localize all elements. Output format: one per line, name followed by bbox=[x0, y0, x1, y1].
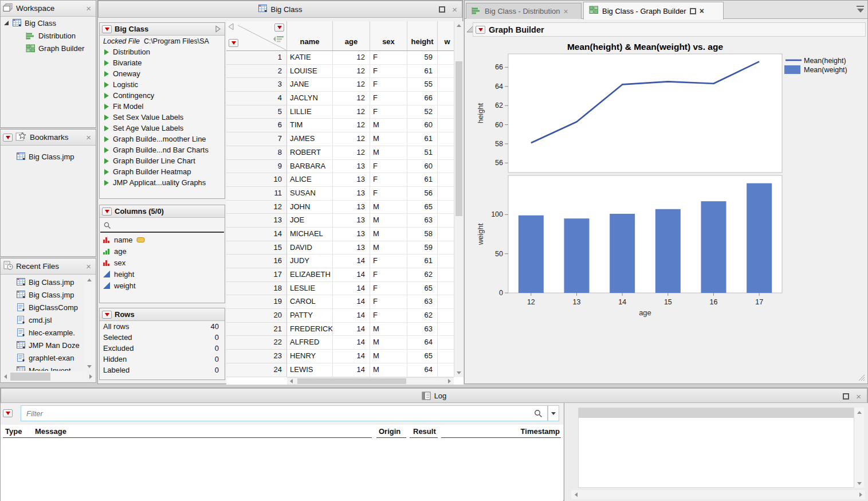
row-number[interactable]: 9 bbox=[226, 160, 287, 174]
tab-big-class-graph-builder[interactable]: Big Class - Graph Builder × bbox=[583, 2, 724, 19]
row-number[interactable]: 16 bbox=[226, 255, 287, 268]
recent-file-item[interactable]: Big Class.jmp bbox=[2, 276, 84, 288]
row-number[interactable]: 11 bbox=[226, 187, 287, 201]
scrollbar-thumb[interactable] bbox=[455, 61, 462, 216]
grid-vscrollbar[interactable] bbox=[454, 21, 464, 377]
row-number[interactable]: 2 bbox=[226, 65, 287, 79]
maximize-icon[interactable] bbox=[843, 393, 849, 400]
row-number[interactable]: 23 bbox=[226, 350, 287, 363]
table-row[interactable]: 14 MICHAEL 13 M 58 bbox=[226, 228, 464, 241]
table-row[interactable]: 23 HENRY 14 M 65 bbox=[226, 350, 464, 363]
grid-column-header[interactable]: age bbox=[333, 21, 370, 50]
recent-file-item[interactable]: graphlet-exan bbox=[2, 351, 84, 364]
log-detail-hscrollbar[interactable] bbox=[571, 490, 865, 499]
columns-search-field[interactable] bbox=[100, 219, 224, 233]
table-script-item[interactable]: Bivariate bbox=[100, 57, 225, 68]
red-triangle-menu[interactable] bbox=[3, 409, 13, 417]
row-number[interactable]: 5 bbox=[226, 105, 287, 119]
grid-column-header[interactable]: name bbox=[287, 21, 333, 50]
recent-file-item[interactable]: Movie Invent bbox=[2, 364, 84, 371]
grid-column-header[interactable]: sex bbox=[370, 21, 407, 50]
row-stat[interactable]: All rows40 bbox=[100, 321, 225, 332]
table-row[interactable]: 24 LEWIS 14 M 64 bbox=[226, 363, 464, 377]
table-script-item[interactable]: Graph Builder Line Chart bbox=[100, 155, 225, 166]
log-detail-vscrollbar[interactable] bbox=[854, 408, 864, 488]
table-row[interactable]: 13 JOE 13 M 63 bbox=[226, 214, 464, 228]
grid-column-header[interactable]: height bbox=[407, 21, 438, 50]
red-triangle-menu[interactable] bbox=[3, 134, 13, 142]
row-number[interactable]: 15 bbox=[226, 241, 287, 255]
column-item[interactable]: sex bbox=[100, 257, 225, 268]
grid-column-header[interactable]: w bbox=[438, 21, 454, 50]
table-row[interactable]: 7 JAMES 12 M 61 bbox=[226, 132, 464, 146]
maximize-icon[interactable] bbox=[690, 8, 696, 14]
table-row[interactable]: 10 ALICE 13 F 61 bbox=[226, 173, 464, 187]
row-number[interactable]: 17 bbox=[226, 268, 287, 282]
workspace-child-item[interactable]: Distribution bbox=[1, 29, 96, 42]
column-item[interactable]: weight bbox=[100, 280, 225, 291]
table-row[interactable]: 4 JACLYN 12 F 66 bbox=[226, 92, 464, 105]
scrollbar-thumb[interactable] bbox=[10, 373, 50, 381]
red-triangle-menu[interactable] bbox=[102, 311, 112, 319]
scrollbar-thumb[interactable] bbox=[297, 378, 406, 384]
table-row[interactable]: 3 JANE 12 F 55 bbox=[226, 78, 464, 92]
row-number[interactable]: 14 bbox=[226, 228, 287, 241]
log-col-type[interactable]: Type bbox=[5, 427, 22, 436]
row-number[interactable]: 12 bbox=[226, 201, 287, 214]
close-icon[interactable]: × bbox=[452, 5, 457, 14]
recent-files-hscrollbar[interactable] bbox=[1, 371, 95, 382]
log-window-titlebar[interactable]: Log × bbox=[1, 388, 867, 403]
table-row[interactable]: 12 JOHN 13 M 65 bbox=[226, 201, 464, 214]
column-item[interactable]: age bbox=[100, 245, 225, 257]
table-script-item[interactable]: Oneway bbox=[100, 68, 225, 79]
row-number[interactable]: 4 bbox=[226, 92, 287, 105]
log-detail-content[interactable] bbox=[578, 408, 854, 488]
table-row[interactable]: 21 FREDERICK 14 M 63 bbox=[226, 323, 464, 336]
close-icon[interactable]: × bbox=[856, 392, 861, 401]
log-col-timestamp[interactable]: Timestamp bbox=[521, 427, 560, 436]
data-window-titlebar[interactable]: Big Class × bbox=[98, 1, 462, 18]
log-filter-input[interactable] bbox=[21, 405, 548, 421]
recent-file-item[interactable]: cmd.jsl bbox=[2, 314, 84, 326]
table-row[interactable]: 8 ROBERT 12 M 51 bbox=[226, 146, 464, 160]
red-triangle-menu[interactable] bbox=[102, 25, 112, 33]
row-number[interactable]: 3 bbox=[226, 78, 287, 92]
close-icon[interactable]: × bbox=[564, 7, 568, 15]
row-number[interactable]: 10 bbox=[226, 173, 287, 187]
table-script-item[interactable]: Set Age Value Labels bbox=[100, 123, 225, 134]
columns-red-triangle-menu[interactable] bbox=[274, 24, 284, 32]
tab-list-dropdown-icon[interactable] bbox=[857, 6, 864, 13]
rows-red-triangle-menu[interactable] bbox=[229, 39, 238, 47]
log-col-origin[interactable]: Origin bbox=[379, 427, 400, 436]
table-row[interactable]: 9 BARBARA 13 F 60 bbox=[226, 160, 464, 174]
table-row[interactable]: 1 KATIE 12 F 59 bbox=[226, 51, 464, 65]
row-number[interactable]: 19 bbox=[226, 295, 287, 309]
bookmark-item[interactable]: Big Class.jmp bbox=[1, 150, 96, 163]
table-row[interactable]: 5 LILLIE 12 F 52 bbox=[226, 105, 464, 119]
row-number[interactable]: 7 bbox=[226, 132, 287, 146]
table-script-item[interactable]: Graph Builder Heatmap bbox=[100, 166, 225, 177]
table-script-item[interactable]: Distribution bbox=[100, 46, 225, 57]
recent-file-item[interactable]: hlec-example. bbox=[2, 326, 84, 339]
red-triangle-menu[interactable] bbox=[102, 208, 112, 216]
recent-file-item[interactable]: BigClassComp bbox=[2, 301, 84, 314]
table-row[interactable]: 6 TIM 12 M 60 bbox=[226, 119, 464, 132]
table-row[interactable]: 17 ELIZABETH 14 F 62 bbox=[226, 268, 464, 282]
row-number[interactable]: 6 bbox=[226, 119, 287, 132]
log-col-result[interactable]: Result bbox=[413, 427, 436, 436]
data-grid-body[interactable]: 1 KATIE 12 F 59 2 LOUISE 12 F 61 3 JANE … bbox=[226, 51, 464, 377]
row-stat[interactable]: Selected0 bbox=[100, 332, 225, 343]
row-stat[interactable]: Labeled0 bbox=[100, 365, 225, 375]
tab-big-class-distribution[interactable]: Big Class - Distribution × bbox=[466, 3, 582, 19]
log-col-message[interactable]: Message bbox=[35, 427, 66, 436]
recent-file-item[interactable]: Big Class.jmp bbox=[2, 288, 84, 301]
close-icon[interactable]: × bbox=[86, 4, 91, 13]
row-number[interactable]: 21 bbox=[226, 323, 287, 336]
row-number[interactable]: 22 bbox=[226, 336, 287, 350]
table-script-item[interactable]: Logistic bbox=[100, 79, 225, 90]
filter-dropdown-icon[interactable] bbox=[548, 405, 559, 421]
workspace-child-item[interactable]: Graph Builder bbox=[1, 42, 96, 54]
row-number[interactable]: 13 bbox=[226, 214, 287, 228]
column-item[interactable]: height bbox=[100, 268, 225, 280]
row-stat[interactable]: Hidden0 bbox=[100, 354, 225, 365]
